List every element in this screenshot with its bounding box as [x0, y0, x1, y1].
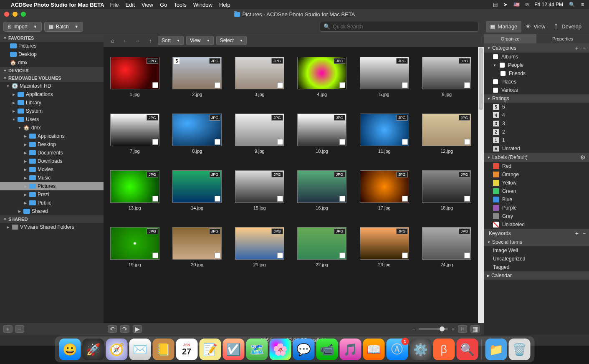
dock-messages[interactable]: 💬: [293, 339, 314, 360]
section-removable[interactable]: ▼REMOVABLE VOLUMES: [0, 74, 104, 82]
section-favorites[interactable]: ▼FAVORITES: [0, 34, 104, 42]
thumbnail[interactable]: JPG13.jpg: [108, 170, 162, 210]
thumbnail[interactable]: JPG1.jpg: [108, 57, 162, 97]
rating-4[interactable]: 44: [484, 111, 589, 119]
section-categories[interactable]: ▼Categories+−: [484, 43, 589, 53]
menu-edit[interactable]: Edit: [126, 2, 135, 8]
thumb-checkbox[interactable]: [464, 139, 470, 145]
fav-pictures[interactable]: Pictures: [0, 42, 104, 50]
rotate-right-icon[interactable]: ↷: [120, 325, 129, 333]
thumb-checkbox[interactable]: [339, 139, 345, 145]
thumb-checkbox[interactable]: [215, 196, 220, 202]
fav-desktop[interactable]: Desktop: [0, 50, 104, 58]
thumbnail[interactable]: JPG8.jpg: [170, 114, 225, 154]
folder-system[interactable]: ▶System: [0, 107, 104, 115]
label-gray[interactable]: Gray: [484, 212, 589, 220]
nav-forward-icon[interactable]: →: [133, 36, 143, 45]
thumbnail-grid[interactable]: JPG1.jpgJPG52.jpgJPG3.jpgJPG4.jpgJPG5.jp…: [104, 47, 478, 323]
sort-dropdown[interactable]: Sort▼: [158, 36, 184, 45]
cat-places[interactable]: Places: [484, 78, 589, 86]
thumb-checkbox[interactable]: [215, 82, 220, 88]
dock-safari[interactable]: 🧭: [106, 339, 127, 360]
gear-icon[interactable]: ⚙: [580, 154, 586, 161]
folder-library[interactable]: ▶Library: [0, 99, 104, 107]
thumb-checkbox[interactable]: [402, 253, 408, 258]
section-ratings[interactable]: ▼Ratings: [484, 94, 589, 103]
quick-search[interactable]: 🔍: [320, 22, 478, 32]
mode-manage[interactable]: ▦Manage: [486, 21, 521, 33]
menu-tools[interactable]: Tools: [174, 2, 186, 8]
minus-icon[interactable]: −: [583, 45, 586, 51]
thumb-checkbox[interactable]: [402, 196, 408, 202]
thumbnail[interactable]: JPG20.jpg: [170, 227, 225, 267]
thumbnail[interactable]: JPG16.jpg: [295, 170, 349, 210]
dock-photos[interactable]: 🌸: [269, 339, 291, 360]
batch-button[interactable]: ▦Batch▼: [44, 22, 83, 32]
rotate-left-icon[interactable]: ↶: [108, 325, 117, 333]
menu-go[interactable]: Go: [160, 2, 167, 8]
thumb-checkbox[interactable]: [402, 139, 408, 145]
thumb-checkbox[interactable]: [277, 139, 283, 145]
uf-public[interactable]: ▶Public: [0, 199, 104, 207]
traffic-zoom[interactable]: [21, 12, 26, 17]
section-shared[interactable]: ▼SHARED: [0, 215, 104, 223]
import-button[interactable]: ⎘Import▼: [3, 22, 42, 32]
thumb-checkbox[interactable]: [152, 82, 158, 88]
uf-desktop[interactable]: ▶Desktop: [0, 140, 104, 149]
uf-pictures[interactable]: ▶Pictures: [0, 182, 104, 190]
thumbnail[interactable]: JPG9.jpg: [233, 114, 287, 154]
thumb-checkbox[interactable]: [152, 139, 158, 145]
thumb-checkbox[interactable]: [464, 253, 470, 258]
menubar-arrow-icon[interactable]: ➤: [503, 2, 508, 8]
dock-launchpad[interactable]: 🚀: [82, 339, 104, 360]
view-grid-icon[interactable]: ▦: [470, 325, 480, 333]
folder-user-dmx[interactable]: ▼🏠dmx: [0, 124, 104, 132]
menubar-clock[interactable]: Fri 12:44 PM: [534, 2, 563, 8]
rating-1[interactable]: 11: [484, 136, 589, 144]
nav-up-icon[interactable]: ↑: [145, 36, 155, 45]
label-red[interactable]: Red: [484, 162, 589, 170]
rating-3[interactable]: 33: [484, 119, 589, 128]
label-green[interactable]: Green: [484, 187, 589, 195]
thumb-checkbox[interactable]: [152, 196, 158, 202]
uf-prezi[interactable]: ▶Prezi: [0, 190, 104, 199]
special-imagewell[interactable]: Image Well: [484, 246, 589, 255]
thumbnail[interactable]: JPG18.jpg: [420, 170, 474, 210]
thumbnail[interactable]: JPG23.jpg: [357, 227, 412, 267]
uf-applications[interactable]: ▶Applications: [0, 132, 104, 140]
play-icon[interactable]: ▶: [133, 325, 142, 333]
label-unlabeled[interactable]: Unlabeled: [484, 220, 589, 229]
thumb-checkbox[interactable]: [339, 253, 345, 258]
dock-mail[interactable]: ✉️: [129, 339, 151, 360]
mode-develop[interactable]: 🎚Develop: [549, 21, 586, 33]
rating-5[interactable]: 55: [484, 103, 589, 111]
zoom-in-icon[interactable]: +: [451, 326, 455, 332]
app-name[interactable]: ACDSee Photo Studio for Mac BETA: [11, 2, 104, 8]
thumb-checkbox[interactable]: [152, 253, 158, 258]
select-dropdown[interactable]: Select▼: [216, 36, 247, 45]
dock-appstore[interactable]: Ⓐ1: [386, 339, 408, 360]
add-folder-button[interactable]: +: [3, 325, 13, 333]
add-icon[interactable]: +: [575, 230, 579, 237]
thumb-checkbox[interactable]: [277, 196, 283, 202]
tab-properties[interactable]: Properties: [536, 34, 589, 43]
thumbnail[interactable]: JPG21.jpg: [233, 227, 287, 267]
rating-unrated[interactable]: ✕Unrated: [484, 144, 589, 153]
section-labels[interactable]: ▼Labels (Default)⚙: [484, 153, 589, 162]
thumbnail[interactable]: JPG19.jpg: [108, 227, 162, 267]
dock-contacts[interactable]: 📒: [152, 339, 174, 360]
thumbnail[interactable]: JPG11.jpg: [357, 114, 412, 154]
mode-view[interactable]: 👁View: [521, 21, 549, 33]
dock-downloads[interactable]: 📁: [485, 339, 507, 360]
vertical-scrollbar[interactable]: [478, 47, 484, 323]
view-list-icon[interactable]: ≡: [458, 325, 467, 333]
fav-dmx[interactable]: 🏠dmx: [0, 58, 104, 67]
scrollbar-thumb[interactable]: [479, 48, 483, 110]
thumb-checkbox[interactable]: [339, 196, 345, 202]
minus-icon[interactable]: −: [583, 230, 586, 236]
thumbnail[interactable]: JPG24.jpg: [420, 227, 474, 267]
thumbnail[interactable]: JPG5.jpg: [357, 57, 412, 97]
menubar-flag-icon[interactable]: 🇺🇸: [513, 2, 520, 8]
vol-macintosh[interactable]: ▼💽Macintosh HD: [0, 82, 104, 90]
dock-acdsee-beta[interactable]: β: [433, 339, 455, 360]
